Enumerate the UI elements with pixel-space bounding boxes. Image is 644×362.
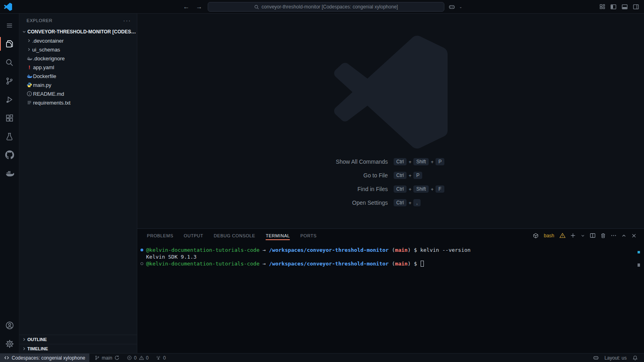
radio-tower-icon	[156, 355, 161, 360]
editor-watermark-area: Show All Commands CtrlShiftP Go to File …	[137, 14, 644, 228]
layout-status[interactable]: Layout: us	[602, 354, 630, 362]
ports-status[interactable]: 0	[153, 354, 169, 362]
vscode-watermark-logo	[334, 35, 448, 149]
account-icon[interactable]	[0, 316, 19, 335]
split-terminal-icon[interactable]	[590, 232, 596, 239]
info-icon	[26, 91, 33, 97]
copilot-icon[interactable]	[448, 4, 455, 10]
tab-output[interactable]: OUTPUT	[179, 229, 209, 242]
maximize-panel-icon[interactable]	[621, 233, 627, 239]
problems-status[interactable]: 0 0	[124, 354, 151, 362]
sidebar-item-search[interactable]	[0, 53, 19, 72]
sidebar-item-run-debug[interactable]	[0, 90, 19, 109]
terminal-profile-chevron-icon[interactable]	[580, 233, 585, 238]
tab-ports[interactable]: PORTS	[295, 229, 322, 242]
copilot-status[interactable]	[590, 354, 602, 362]
file-tree: CONVEYOR-THRESHOLD-MONITOR [CODESPACES: …	[19, 27, 137, 335]
terminal-name-label[interactable]: bash	[544, 233, 554, 239]
search-text: conveyor-threshold-monitor [Codespaces: …	[262, 4, 398, 10]
chevron-down-icon[interactable]: ⌄	[459, 5, 462, 9]
panel-tab-bar: PROBLEMS OUTPUT DEBUG CONSOLE TERMINAL P…	[137, 229, 644, 242]
close-panel-icon[interactable]	[631, 233, 637, 239]
warning-icon[interactable]	[559, 232, 566, 239]
key: Ctrl	[394, 199, 407, 206]
tree-item-dockerignore[interactable]: .dockerignore	[19, 54, 137, 63]
chevron-right-icon	[21, 337, 27, 342]
toggle-sidebar-icon[interactable]	[610, 4, 617, 10]
toggle-secondary-sidebar-icon[interactable]	[633, 4, 639, 10]
tree-root-folder[interactable]: CONVEYOR-THRESHOLD-MONITOR [CODESPACES: …	[19, 27, 137, 36]
tree-item-main-py[interactable]: main.py	[19, 80, 137, 89]
sidebar-item-extensions[interactable]	[0, 109, 19, 127]
sidebar-item-testing[interactable]	[0, 127, 19, 146]
explorer-sidebar: EXPLORER ··· CONVEYOR-THRESHOLD-MONITOR …	[19, 14, 137, 353]
key: Ctrl	[394, 158, 407, 165]
new-terminal-icon[interactable]	[570, 232, 576, 239]
chevron-right-icon	[26, 38, 32, 43]
chevron-right-icon	[26, 47, 32, 52]
tab-debug-console[interactable]: DEBUG CONSOLE	[208, 229, 260, 242]
nav-forward-button[interactable]: →	[195, 3, 204, 10]
sidebar-item-source-control[interactable]	[0, 72, 19, 90]
status-bar: Codespaces: congenial xylophone main 0 0…	[0, 353, 644, 362]
docker-muted-icon	[26, 56, 33, 61]
tree-item-dockerfile[interactable]: Dockerfile	[19, 72, 137, 80]
tree-item-requirements[interactable]: requirements.txt	[19, 98, 137, 107]
sidebar-item-github[interactable]	[0, 146, 19, 164]
terminal-content[interactable]: @kelvin-documentation-tutorials-code → /…	[137, 242, 644, 353]
command-decoration-success[interactable]	[140, 247, 146, 253]
terminal-shell-icon[interactable]	[533, 233, 539, 239]
settings-gear-icon[interactable]	[0, 335, 19, 353]
sidebar-item-explorer[interactable]	[0, 35, 19, 53]
tree-item-app-yaml[interactable]: ! app.yaml	[19, 63, 137, 72]
docker-icon	[26, 73, 33, 79]
terminal-scroll-mark-command	[638, 251, 640, 253]
terminal-line: Kelvin SDK 9.1.3	[140, 253, 644, 260]
remote-icon	[4, 355, 9, 360]
shortcut-row: Show All Commands CtrlShiftP	[336, 158, 445, 166]
terminal-scroll-mark-prompt	[638, 263, 640, 267]
explorer-title: EXPLORER	[27, 18, 52, 23]
chevron-down-icon	[21, 29, 27, 34]
sync-icon	[114, 355, 120, 360]
key: Shift	[413, 185, 429, 193]
tree-item-devcontainer[interactable]: .devcontainer	[19, 36, 137, 45]
key: P	[436, 158, 444, 165]
timeline-section-header[interactable]: TIMELINE	[19, 344, 137, 353]
kill-terminal-icon[interactable]	[600, 232, 606, 239]
key: Ctrl	[394, 185, 407, 193]
command-decoration-prompt[interactable]	[140, 260, 146, 267]
key: ,	[413, 199, 420, 206]
shortcut-row: Go to File CtrlP	[336, 171, 445, 179]
sidebar-item-docker[interactable]	[0, 164, 19, 183]
remote-indicator[interactable]: Codespaces: congenial xylophone	[0, 354, 89, 362]
menu-icon[interactable]	[0, 16, 19, 35]
tree-item-readme[interactable]: README.md	[19, 89, 137, 98]
command-center-search[interactable]: conveyor-threshold-monitor [Codespaces: …	[208, 2, 444, 12]
notifications-bell-icon[interactable]	[630, 354, 641, 362]
text-file-icon	[26, 100, 33, 105]
tab-terminal[interactable]: TERMINAL	[260, 229, 295, 242]
shortcut-row: Find in Files CtrlShiftF	[336, 185, 445, 193]
panel-more-actions-icon[interactable]	[611, 232, 617, 239]
git-branch-status[interactable]: main	[92, 354, 122, 362]
customize-layout-icon[interactable]	[599, 4, 605, 10]
toggle-panel-icon[interactable]	[621, 4, 628, 10]
vscode-logo-icon	[4, 3, 12, 11]
key: Ctrl	[394, 172, 407, 179]
keyboard-shortcuts-list: Show All Commands CtrlShiftP Go to File …	[336, 158, 445, 207]
chevron-right-icon	[21, 346, 27, 351]
tree-item-ui-schemas[interactable]: ui_schemas	[19, 45, 137, 54]
git-branch-icon	[95, 355, 100, 360]
key: F	[436, 185, 444, 193]
shortcut-row: Open Settings Ctrl,	[336, 199, 445, 207]
tab-problems[interactable]: PROBLEMS	[142, 229, 179, 242]
nav-back-button[interactable]: ←	[182, 3, 191, 10]
terminal-cursor	[421, 261, 424, 267]
bottom-panel: PROBLEMS OUTPUT DEBUG CONSOLE TERMINAL P…	[137, 228, 644, 353]
outline-section-header[interactable]: OUTLINE	[19, 335, 137, 344]
explorer-more-actions-icon[interactable]: ···	[123, 17, 131, 24]
key: Shift	[413, 158, 429, 165]
yaml-icon: !	[26, 64, 33, 70]
key: P	[413, 172, 422, 179]
